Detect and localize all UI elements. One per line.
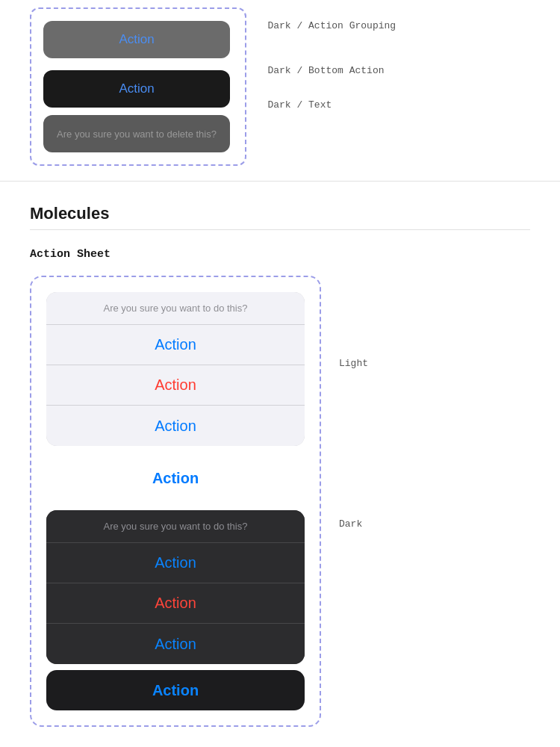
action-grouping-row: Action <box>43 21 233 58</box>
dark-action-item-2[interactable]: Action <box>46 583 305 624</box>
action-group-tag: Dark / Action Grouping <box>267 18 396 31</box>
action-sheet-demo: Are you sure you want to do this? Action… <box>30 276 530 727</box>
top-tags: Dark / Action Grouping Dark / Bottom Act… <box>267 7 396 111</box>
dark-cancel-button[interactable]: Action <box>46 670 305 710</box>
action-sheet-dashed-container: Are you sure you want to do this? Action… <box>30 276 321 727</box>
section-divider <box>30 229 530 230</box>
dark-label: Dark <box>339 518 368 530</box>
dark-sheet-header: Are you sure you want to do this? <box>46 510 305 543</box>
dark-action-sheet: Are you sure you want to do this? Action… <box>46 510 305 664</box>
bottom-action-label: Action <box>119 81 154 96</box>
top-section: Action Action Are you sure you want to d… <box>0 0 560 182</box>
light-action-sheet: Are you sure you want to do this? Action… <box>46 292 305 446</box>
top-dashed-container: Action Action Are you sure you want to d… <box>30 7 246 166</box>
light-cancel-button[interactable]: Action <box>46 458 305 498</box>
action-sheet-subtitle: Action Sheet <box>30 248 530 261</box>
action-grouping-label: Action <box>119 32 154 47</box>
molecules-section: Molecules Action Sheet Are you sure you … <box>0 182 560 742</box>
dark-text-action: Are you sure you want to delete this? <box>43 115 230 152</box>
sheet-side-labels: Light Dark <box>339 276 368 530</box>
molecules-title: Molecules <box>30 204 530 223</box>
light-label: Light <box>339 358 368 369</box>
action-grouping-button[interactable]: Action <box>43 21 230 58</box>
dark-text-label: Are you sure you want to delete this? <box>57 128 217 140</box>
light-action-sheet-wrapper: Are you sure you want to do this? Action… <box>46 292 305 498</box>
dark-action-sheet-wrapper: Are you sure you want to do this? Action… <box>46 510 305 710</box>
spacer <box>46 498 305 510</box>
light-action-item-1[interactable]: Action <box>46 325 305 365</box>
bottom-action-button[interactable]: Action <box>43 70 230 108</box>
dark-action-item-1[interactable]: Action <box>46 543 305 583</box>
dark-text-tag: Dark / Text <box>267 97 396 111</box>
dark-action-item-3[interactable]: Action <box>46 624 305 664</box>
bottom-action-tag: Dark / Bottom Action <box>267 63 396 76</box>
light-action-item-2[interactable]: Action <box>46 365 305 406</box>
light-action-item-3[interactable]: Action <box>46 406 305 446</box>
light-sheet-header: Are you sure you want to do this? <box>46 292 305 325</box>
